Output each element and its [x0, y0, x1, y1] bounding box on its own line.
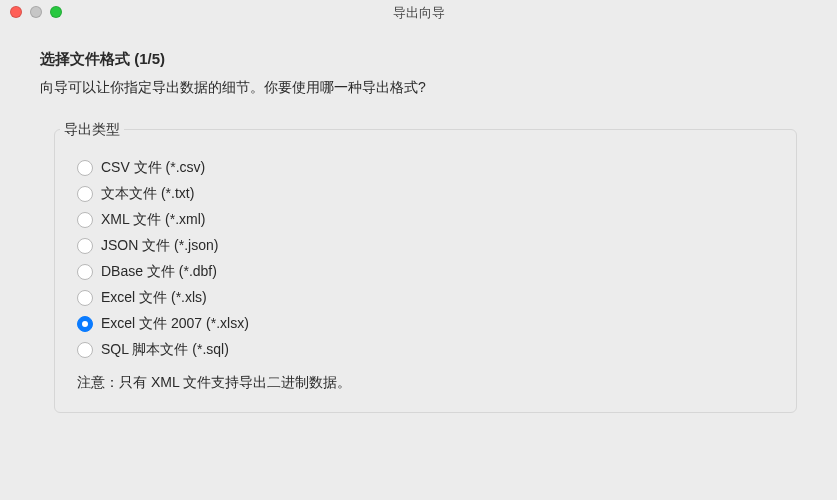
export-type-option[interactable]: Excel 文件 (*.xls) — [77, 287, 774, 308]
radio-icon[interactable] — [77, 290, 93, 306]
export-note: 注意：只有 XML 文件支持导出二进制数据。 — [77, 374, 774, 392]
step-title: 选择文件格式 (1/5) — [40, 50, 797, 69]
radio-icon[interactable] — [77, 238, 93, 254]
export-type-option-label: JSON 文件 (*.json) — [101, 235, 218, 256]
export-type-option-label: Excel 文件 (*.xls) — [101, 287, 207, 308]
export-type-option-label: DBase 文件 (*.dbf) — [101, 261, 217, 282]
radio-icon[interactable] — [77, 342, 93, 358]
step-description: 向导可以让你指定导出数据的细节。你要使用哪一种导出格式? — [40, 79, 797, 97]
export-type-option-label: Excel 文件 2007 (*.xlsx) — [101, 313, 249, 334]
export-type-option-label: 文本文件 (*.txt) — [101, 183, 194, 204]
window-minimize-button[interactable] — [30, 6, 42, 18]
export-type-fieldset: 导出类型 CSV 文件 (*.csv)文本文件 (*.txt)XML 文件 (*… — [54, 111, 797, 413]
radio-icon[interactable] — [77, 264, 93, 280]
export-type-option-label: XML 文件 (*.xml) — [101, 209, 205, 230]
wizard-content: 选择文件格式 (1/5) 向导可以让你指定导出数据的细节。你要使用哪一种导出格式… — [0, 26, 837, 413]
export-type-option[interactable]: CSV 文件 (*.csv) — [77, 157, 774, 178]
window-controls — [10, 6, 62, 18]
window-title: 导出向导 — [393, 4, 445, 22]
export-type-option[interactable]: JSON 文件 (*.json) — [77, 235, 774, 256]
radio-icon[interactable] — [77, 316, 93, 332]
export-type-group: CSV 文件 (*.csv)文本文件 (*.txt)XML 文件 (*.xml)… — [54, 129, 797, 413]
export-type-option-label: CSV 文件 (*.csv) — [101, 157, 205, 178]
export-type-option[interactable]: DBase 文件 (*.dbf) — [77, 261, 774, 282]
radio-icon[interactable] — [77, 212, 93, 228]
export-type-option-label: SQL 脚本文件 (*.sql) — [101, 339, 229, 360]
radio-icon[interactable] — [77, 160, 93, 176]
export-type-option[interactable]: SQL 脚本文件 (*.sql) — [77, 339, 774, 360]
export-type-option[interactable]: Excel 文件 2007 (*.xlsx) — [77, 313, 774, 334]
window-close-button[interactable] — [10, 6, 22, 18]
radio-icon[interactable] — [77, 186, 93, 202]
window-zoom-button[interactable] — [50, 6, 62, 18]
export-type-option[interactable]: XML 文件 (*.xml) — [77, 209, 774, 230]
export-type-legend: 导出类型 — [60, 121, 124, 139]
window-titlebar: 导出向导 — [0, 0, 837, 26]
export-type-option[interactable]: 文本文件 (*.txt) — [77, 183, 774, 204]
